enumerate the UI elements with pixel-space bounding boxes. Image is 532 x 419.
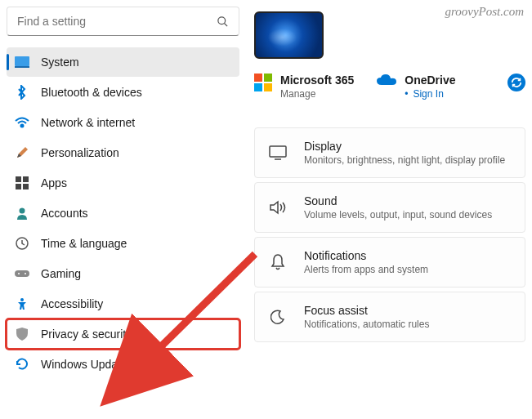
watermark-text: groovyPost.com	[445, 5, 524, 19]
sidebar-item-accounts[interactable]: Accounts	[7, 198, 239, 228]
paintbrush-icon	[15, 145, 29, 160]
svg-rect-3	[15, 66, 29, 68]
nav-list: System Bluetooth & devices Network & int…	[7, 47, 239, 379]
search-input[interactable]	[17, 15, 217, 28]
svg-point-4	[21, 125, 24, 127]
svg-rect-11	[15, 270, 29, 277]
svg-rect-18	[264, 83, 272, 91]
setting-sound[interactable]: Sound Volume levels, output, input, soun…	[254, 182, 525, 233]
sidebar-item-label: Gaming	[41, 267, 81, 280]
sidebar-item-label: Accounts	[41, 207, 88, 220]
sidebar-item-label: Apps	[41, 176, 67, 189]
sidebar-item-privacy-security[interactable]: Privacy & security	[7, 319, 239, 349]
sidebar-item-apps[interactable]: Apps	[7, 168, 239, 198]
wifi-icon	[15, 115, 29, 130]
sidebar-item-gaming[interactable]: Gaming	[7, 259, 239, 288]
moon-icon	[268, 307, 288, 327]
sidebar-item-label: System	[41, 56, 79, 69]
shield-icon	[15, 327, 29, 341]
search-box[interactable]	[7, 7, 239, 36]
main-panel: Microsoft 365 Manage OneDrive Sign In	[244, 7, 525, 412]
setting-sub: Alerts from apps and system	[304, 264, 428, 275]
cloud-row: Microsoft 365 Manage OneDrive Sign In	[254, 74, 525, 100]
onedrive-sub[interactable]: Sign In	[405, 88, 455, 100]
sidebar-item-label: Privacy & security	[41, 328, 132, 341]
apps-icon	[15, 176, 29, 190]
sidebar-item-label: Windows Update	[41, 358, 127, 371]
sidebar-item-system[interactable]: System	[7, 47, 239, 77]
onedrive-icon	[377, 74, 396, 87]
sidebar-item-label: Bluetooth & devices	[41, 86, 142, 99]
svg-point-9	[20, 208, 25, 214]
settings-list: Display Monitors, brightness, night ligh…	[254, 127, 525, 342]
sidebar: System Bluetooth & devices Network & int…	[7, 7, 239, 412]
sidebar-item-label: Accessibility	[41, 297, 103, 310]
accessibility-icon	[15, 296, 29, 311]
ms365-sub[interactable]: Manage	[280, 88, 354, 100]
sidebar-item-network[interactable]: Network & internet	[7, 108, 239, 137]
sidebar-item-personalization[interactable]: Personalization	[7, 138, 239, 167]
microsoft-365-card[interactable]: Microsoft 365 Manage	[254, 74, 354, 100]
system-icon	[15, 55, 29, 69]
setting-title: Focus assist	[304, 304, 429, 317]
svg-rect-15	[254, 74, 262, 82]
svg-rect-5	[16, 176, 21, 182]
svg-line-1	[225, 23, 227, 25]
sidebar-item-label: Personalization	[41, 146, 119, 159]
svg-point-14	[20, 298, 24, 301]
sidebar-item-windows-update[interactable]: Windows Update	[7, 350, 239, 379]
sidebar-item-label: Time & language	[41, 237, 127, 250]
sound-icon	[268, 198, 288, 217]
onedrive-card[interactable]: OneDrive Sign In	[377, 74, 455, 100]
setting-title: Sound	[304, 194, 492, 207]
display-icon	[268, 143, 288, 163]
setting-notifications[interactable]: Notifications Alerts from apps and syste…	[254, 237, 525, 288]
sidebar-item-bluetooth[interactable]: Bluetooth & devices	[7, 78, 239, 107]
svg-point-0	[218, 16, 226, 24]
svg-point-12	[18, 273, 20, 274]
svg-rect-2	[15, 56, 29, 66]
sidebar-item-label: Network & internet	[41, 116, 135, 129]
svg-rect-8	[23, 184, 29, 189]
sync-icon[interactable]	[507, 74, 525, 91]
svg-rect-16	[264, 74, 272, 82]
setting-title: Notifications	[304, 249, 428, 262]
update-icon	[15, 357, 29, 372]
setting-sub: Notifications, automatic rules	[304, 319, 429, 330]
setting-display[interactable]: Display Monitors, brightness, night ligh…	[254, 127, 525, 178]
svg-rect-7	[16, 184, 21, 189]
setting-title: Display	[304, 140, 505, 153]
setting-focus-assist[interactable]: Focus assist Notifications, automatic ru…	[254, 292, 525, 342]
bell-icon	[268, 252, 288, 272]
sidebar-item-time-language[interactable]: Time & language	[7, 229, 239, 258]
setting-sub: Monitors, brightness, night light, displ…	[304, 154, 505, 166]
person-icon	[15, 206, 29, 221]
search-icon	[217, 16, 229, 28]
svg-point-13	[25, 273, 26, 274]
svg-rect-19	[270, 146, 286, 157]
microsoft-icon	[254, 74, 272, 91]
gamepad-icon	[15, 266, 29, 281]
svg-rect-17	[254, 83, 262, 91]
onedrive-title: OneDrive	[405, 74, 455, 87]
clock-icon	[15, 236, 29, 251]
ms365-title: Microsoft 365	[280, 74, 354, 87]
sidebar-item-accessibility[interactable]: Accessibility	[7, 289, 239, 319]
setting-sub: Volume levels, output, input, sound devi…	[304, 209, 492, 221]
bluetooth-icon	[15, 85, 29, 100]
desktop-preview-image	[254, 11, 324, 59]
svg-rect-6	[23, 176, 29, 182]
